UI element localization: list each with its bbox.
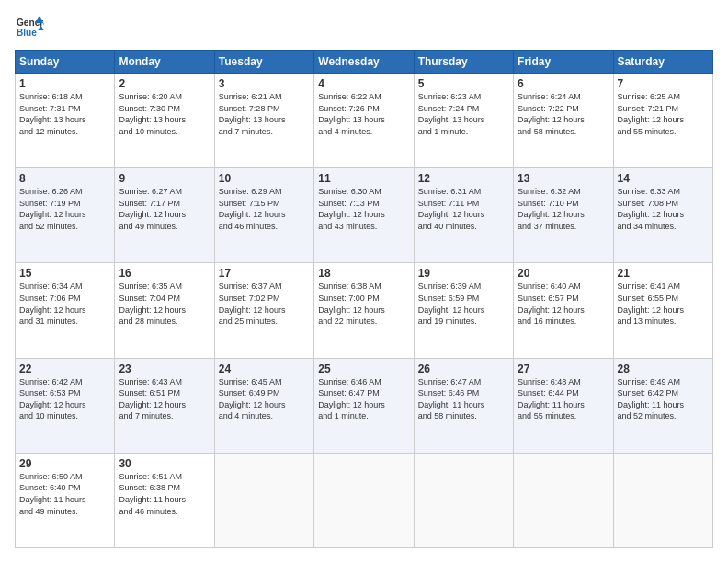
day-number: 7 (618, 77, 709, 90)
day-info: Sunrise: 6:47 AM Sunset: 6:46 PM Dayligh… (418, 376, 509, 422)
day-number: 1 (19, 77, 110, 90)
day-info: Sunrise: 6:37 AM Sunset: 7:02 PM Dayligh… (219, 281, 310, 327)
calendar-cell: 9Sunrise: 6:27 AM Sunset: 7:17 PM Daylig… (115, 168, 214, 263)
calendar-cell: 6Sunrise: 6:24 AM Sunset: 7:22 PM Daylig… (514, 74, 613, 168)
day-info: Sunrise: 6:20 AM Sunset: 7:30 PM Dayligh… (119, 91, 210, 137)
day-info: Sunrise: 6:43 AM Sunset: 6:51 PM Dayligh… (119, 376, 210, 422)
calendar-cell (314, 453, 414, 547)
calendar-cell: 2Sunrise: 6:20 AM Sunset: 7:30 PM Daylig… (115, 74, 214, 168)
day-info: Sunrise: 6:41 AM Sunset: 6:55 PM Dayligh… (618, 281, 709, 327)
calendar-cell: 16Sunrise: 6:35 AM Sunset: 7:04 PM Dayli… (115, 263, 214, 358)
col-header-tuesday: Tuesday (214, 51, 313, 74)
day-number: 3 (219, 77, 310, 90)
day-number: 4 (318, 77, 409, 90)
calendar-cell: 3Sunrise: 6:21 AM Sunset: 7:28 PM Daylig… (214, 74, 313, 168)
day-number: 13 (518, 172, 609, 185)
day-number: 23 (119, 362, 210, 375)
calendar-cell: 27Sunrise: 6:48 AM Sunset: 6:44 PM Dayli… (514, 358, 613, 453)
col-header-sunday: Sunday (16, 51, 115, 74)
calendar-cell: 29Sunrise: 6:50 AM Sunset: 6:40 PM Dayli… (16, 453, 115, 547)
day-number: 16 (119, 267, 210, 280)
calendar-cell: 1Sunrise: 6:18 AM Sunset: 7:31 PM Daylig… (16, 74, 115, 168)
calendar-cell: 5Sunrise: 6:23 AM Sunset: 7:24 PM Daylig… (414, 74, 513, 168)
col-header-saturday: Saturday (613, 51, 712, 74)
calendar-cell: 18Sunrise: 6:38 AM Sunset: 7:00 PM Dayli… (314, 263, 414, 358)
calendar-cell: 25Sunrise: 6:46 AM Sunset: 6:47 PM Dayli… (314, 358, 414, 453)
day-number: 2 (119, 77, 210, 90)
day-number: 19 (418, 267, 509, 280)
calendar-cell: 21Sunrise: 6:41 AM Sunset: 6:55 PM Dayli… (613, 263, 712, 358)
day-number: 6 (518, 77, 609, 90)
col-header-thursday: Thursday (414, 51, 513, 74)
calendar-cell: 4Sunrise: 6:22 AM Sunset: 7:26 PM Daylig… (314, 74, 414, 168)
day-info: Sunrise: 6:50 AM Sunset: 6:40 PM Dayligh… (19, 471, 110, 517)
col-header-wednesday: Wednesday (314, 51, 414, 74)
calendar-cell: 10Sunrise: 6:29 AM Sunset: 7:15 PM Dayli… (214, 168, 313, 263)
day-number: 12 (418, 172, 509, 185)
calendar-cell: 19Sunrise: 6:39 AM Sunset: 6:59 PM Dayli… (414, 263, 513, 358)
day-number: 11 (318, 172, 409, 185)
calendar-cell: 14Sunrise: 6:33 AM Sunset: 7:08 PM Dayli… (613, 168, 712, 263)
calendar-cell: 8Sunrise: 6:26 AM Sunset: 7:19 PM Daylig… (16, 168, 115, 263)
day-number: 9 (119, 172, 210, 185)
day-number: 28 (618, 362, 709, 375)
col-header-monday: Monday (115, 51, 214, 74)
calendar-cell: 30Sunrise: 6:51 AM Sunset: 6:38 PM Dayli… (115, 453, 214, 547)
day-number: 25 (318, 362, 409, 375)
calendar-cell: 13Sunrise: 6:32 AM Sunset: 7:10 PM Dayli… (514, 168, 613, 263)
day-number: 26 (418, 362, 509, 375)
day-number: 10 (219, 172, 310, 185)
calendar-cell: 11Sunrise: 6:30 AM Sunset: 7:13 PM Dayli… (314, 168, 414, 263)
calendar-cell: 22Sunrise: 6:42 AM Sunset: 6:53 PM Dayli… (16, 358, 115, 453)
calendar-cell: 12Sunrise: 6:31 AM Sunset: 7:11 PM Dayli… (414, 168, 513, 263)
day-info: Sunrise: 6:51 AM Sunset: 6:38 PM Dayligh… (119, 471, 210, 517)
day-number: 30 (119, 457, 210, 470)
day-info: Sunrise: 6:31 AM Sunset: 7:11 PM Dayligh… (418, 186, 509, 232)
day-number: 24 (219, 362, 310, 375)
day-info: Sunrise: 6:40 AM Sunset: 6:57 PM Dayligh… (518, 281, 609, 327)
day-number: 17 (219, 267, 310, 280)
day-info: Sunrise: 6:26 AM Sunset: 7:19 PM Dayligh… (19, 186, 110, 232)
day-info: Sunrise: 6:46 AM Sunset: 6:47 PM Dayligh… (318, 376, 409, 422)
day-info: Sunrise: 6:24 AM Sunset: 7:22 PM Dayligh… (518, 91, 609, 137)
calendar-table: SundayMondayTuesdayWednesdayThursdayFrid… (15, 50, 713, 548)
day-info: Sunrise: 6:23 AM Sunset: 7:24 PM Dayligh… (418, 91, 509, 137)
day-number: 21 (618, 267, 709, 280)
day-number: 29 (19, 457, 110, 470)
day-number: 20 (518, 267, 609, 280)
day-info: Sunrise: 6:32 AM Sunset: 7:10 PM Dayligh… (518, 186, 609, 232)
day-info: Sunrise: 6:18 AM Sunset: 7:31 PM Dayligh… (19, 91, 110, 137)
day-info: Sunrise: 6:35 AM Sunset: 7:04 PM Dayligh… (119, 281, 210, 327)
day-info: Sunrise: 6:39 AM Sunset: 6:59 PM Dayligh… (418, 281, 509, 327)
col-header-friday: Friday (514, 51, 613, 74)
day-number: 22 (19, 362, 110, 375)
day-info: Sunrise: 6:48 AM Sunset: 6:44 PM Dayligh… (518, 376, 609, 422)
day-info: Sunrise: 6:25 AM Sunset: 7:21 PM Dayligh… (618, 91, 709, 137)
day-number: 5 (418, 77, 509, 90)
day-number: 14 (618, 172, 709, 185)
day-info: Sunrise: 6:29 AM Sunset: 7:15 PM Dayligh… (219, 186, 310, 232)
day-number: 27 (518, 362, 609, 375)
calendar-cell: 20Sunrise: 6:40 AM Sunset: 6:57 PM Dayli… (514, 263, 613, 358)
page-header: General Blue (15, 15, 713, 40)
day-info: Sunrise: 6:49 AM Sunset: 6:42 PM Dayligh… (618, 376, 709, 422)
day-number: 8 (19, 172, 110, 185)
day-number: 18 (318, 267, 409, 280)
day-info: Sunrise: 6:34 AM Sunset: 7:06 PM Dayligh… (19, 281, 110, 327)
day-info: Sunrise: 6:38 AM Sunset: 7:00 PM Dayligh… (318, 281, 409, 327)
calendar-cell: 15Sunrise: 6:34 AM Sunset: 7:06 PM Dayli… (16, 263, 115, 358)
calendar-cell: 26Sunrise: 6:47 AM Sunset: 6:46 PM Dayli… (414, 358, 513, 453)
calendar-cell: 23Sunrise: 6:43 AM Sunset: 6:51 PM Dayli… (115, 358, 214, 453)
day-info: Sunrise: 6:27 AM Sunset: 7:17 PM Dayligh… (119, 186, 210, 232)
calendar-cell: 28Sunrise: 6:49 AM Sunset: 6:42 PM Dayli… (613, 358, 712, 453)
logo: General Blue (15, 15, 44, 40)
day-info: Sunrise: 6:21 AM Sunset: 7:28 PM Dayligh… (219, 91, 310, 137)
day-number: 15 (19, 267, 110, 280)
day-info: Sunrise: 6:42 AM Sunset: 6:53 PM Dayligh… (19, 376, 110, 422)
day-info: Sunrise: 6:45 AM Sunset: 6:49 PM Dayligh… (219, 376, 310, 422)
calendar-cell: 24Sunrise: 6:45 AM Sunset: 6:49 PM Dayli… (214, 358, 313, 453)
day-info: Sunrise: 6:22 AM Sunset: 7:26 PM Dayligh… (318, 91, 409, 137)
day-info: Sunrise: 6:33 AM Sunset: 7:08 PM Dayligh… (618, 186, 709, 232)
calendar-cell: 17Sunrise: 6:37 AM Sunset: 7:02 PM Dayli… (214, 263, 313, 358)
calendar-cell: 7Sunrise: 6:25 AM Sunset: 7:21 PM Daylig… (613, 74, 712, 168)
